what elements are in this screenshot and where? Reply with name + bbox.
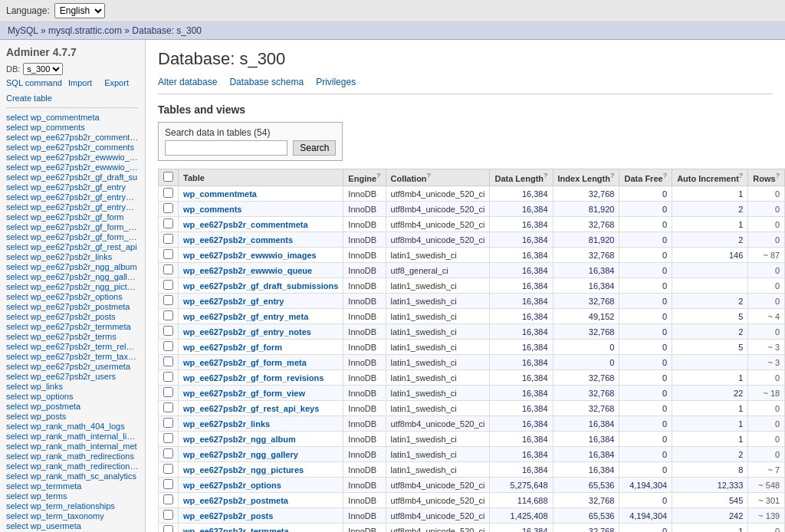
nav-link[interactable]: select wp_ee627psb2r_gf_entry — [6, 182, 139, 192]
nav-link[interactable]: select wp_options — [6, 392, 139, 401]
nav-link[interactable]: select wp_rank_math_redirections_ — [6, 461, 139, 471]
row-checkbox[interactable] — [163, 234, 173, 244]
row-checkbox[interactable] — [163, 356, 173, 366]
privileges-link[interactable]: Privileges — [316, 77, 356, 87]
row-checkbox[interactable] — [163, 341, 173, 351]
nav-link[interactable]: select wp_ee627psb2r_termmeta — [6, 322, 139, 331]
nav-link[interactable]: select wp_ee627psb2r_ngg_gallery — [6, 272, 139, 281]
nav-link[interactable]: select wp_ee627psb2r_gf_entry_no — [6, 202, 139, 212]
table-link[interactable]: wp_ee627psb2r_posts — [183, 511, 273, 521]
search-input[interactable] — [165, 140, 287, 156]
row-checkbox[interactable] — [163, 264, 173, 274]
nav-link[interactable]: select wp_ee627psb2r_gf_form_rev — [6, 232, 139, 241]
table-link[interactable]: wp_ee627psb2r_gf_form_view — [183, 389, 305, 398]
row-checkbox[interactable] — [163, 310, 173, 320]
sql-command-link[interactable]: SQL command — [6, 78, 62, 87]
nav-link[interactable]: select wp_rank_math_redirections — [6, 452, 139, 461]
nav-link[interactable]: select wp_ee627psb2r_ewwwio_quo — [6, 163, 139, 172]
table-link[interactable]: wp_ee627psb2r_termmeta — [183, 527, 289, 533]
nav-link[interactable]: select wp_comments — [6, 123, 139, 132]
nav-link[interactable]: select wp_ee627psb2r_ewwwio_ima — [6, 153, 139, 162]
nav-link[interactable]: select wp_rank_math_internal_links — [6, 432, 139, 441]
nav-link[interactable]: select wp_ee627psb2r_ngg_album — [6, 262, 139, 271]
table-link[interactable]: wp_ee627psb2r_gf_form_meta — [183, 358, 307, 367]
row-checkbox[interactable] — [163, 402, 173, 412]
row-checkbox[interactable] — [163, 525, 173, 532]
table-link[interactable]: wp_ee627psb2r_ngg_album — [183, 435, 296, 444]
table-link[interactable]: wp_ee627psb2r_commentmeta — [183, 220, 308, 229]
nav-link[interactable]: select wp_ee627psb2r_options — [6, 292, 139, 301]
nav-link[interactable]: select wp_ee627psb2r_gf_form_me — [6, 222, 139, 232]
nav-link[interactable]: select wp_ee627psb2r_gf_entry_me — [6, 192, 139, 202]
table-link[interactable]: wp_ee627psb2r_ewwwio_images — [183, 251, 317, 260]
row-checkbox[interactable] — [163, 188, 173, 198]
nav-link[interactable]: select wp_posts — [6, 412, 139, 421]
nav-link[interactable]: select wp_ee627psb2r_ngg_pictures — [6, 282, 139, 291]
row-checkbox[interactable] — [163, 372, 173, 382]
nav-link[interactable]: select wp_ee627psb2r_commentme — [6, 133, 139, 142]
row-checkbox[interactable] — [163, 510, 173, 520]
nav-link[interactable]: select wp_ee627psb2r_term_taxono — [6, 352, 139, 361]
table-link[interactable]: wp_comments — [183, 205, 241, 214]
create-table-link[interactable]: Create table — [6, 94, 52, 103]
nav-link[interactable]: select wp_term_taxonomy — [6, 511, 139, 521]
nav-link[interactable]: select wp_ee627psb2r_gf_rest_api — [6, 242, 139, 251]
row-checkbox[interactable] — [163, 249, 173, 259]
db-select[interactable]: s_300 — [23, 63, 63, 75]
row-checkbox[interactable] — [163, 448, 173, 458]
table-link[interactable]: wp_ee627psb2r_gf_entry_notes — [183, 327, 311, 337]
table-link[interactable]: wp_ee627psb2r_comments — [183, 235, 293, 245]
table-link[interactable]: wp_ee627psb2r_gf_draft_submissions — [183, 281, 338, 291]
table-link[interactable]: wp_ee627psb2r_options — [183, 481, 281, 490]
nav-link[interactable]: select wp_ee627psb2r_comments — [6, 143, 139, 152]
nav-link[interactable]: select wp_ee627psb2r_posts — [6, 312, 139, 321]
nav-link[interactable]: select wp_postmeta — [6, 402, 139, 411]
select-all-checkbox[interactable] — [163, 172, 173, 182]
nav-link[interactable]: select wp_links — [6, 382, 139, 391]
row-checkbox[interactable] — [163, 218, 173, 228]
table-link[interactable]: wp_ee627psb2r_links — [183, 419, 270, 429]
table-link[interactable]: wp_ee627psb2r_ngg_pictures — [183, 465, 304, 475]
table-link[interactable]: wp_ee627psb2r_gf_entry_meta — [183, 312, 308, 321]
nav-link[interactable]: select wp_usermeta — [6, 521, 139, 530]
row-checkbox[interactable] — [163, 479, 173, 489]
nav-link[interactable]: select wp_ee627psb2r_term_relatio — [6, 342, 139, 351]
row-checkbox[interactable] — [163, 280, 173, 290]
nav-link[interactable]: select wp_terms — [6, 491, 139, 501]
nav-link[interactable]: select wp_termmeta — [6, 481, 139, 491]
nav-link[interactable]: select wp_term_relationships — [6, 501, 139, 511]
nav-link[interactable]: select wp_ee627psb2r_gf_draft_su — [6, 172, 139, 182]
nav-link[interactable]: select wp_rank_math_sc_analytics — [6, 471, 139, 481]
nav-link[interactable]: select wp_ee627psb2r_usermeta — [6, 362, 139, 371]
table-link[interactable]: wp_ee627psb2r_gf_form — [183, 343, 282, 352]
row-checkbox[interactable] — [163, 418, 173, 428]
row-checkbox[interactable] — [163, 203, 173, 213]
table-link[interactable]: wp_commentmeta — [183, 189, 257, 199]
nav-link[interactable]: select wp_ee627psb2r_users — [6, 372, 139, 381]
row-checkbox[interactable] — [163, 464, 173, 474]
import-link[interactable]: Import — [68, 78, 92, 87]
table-link[interactable]: wp_ee627psb2r_ngg_gallery — [183, 450, 298, 459]
table-link[interactable]: wp_ee627psb2r_gf_form_revisions — [183, 373, 324, 383]
table-link[interactable]: wp_ee627psb2r_postmeta — [183, 496, 288, 505]
language-select[interactable]: English — [54, 3, 105, 18]
nav-link[interactable]: select wp_rank_math_internal_met — [6, 442, 139, 451]
breadcrumb-mysql[interactable]: MySQL — [8, 25, 38, 36]
nav-link[interactable]: select wp_ee627psb2r_terms — [6, 332, 139, 341]
nav-link[interactable]: select wp_ee627psb2r_postmeta — [6, 302, 139, 311]
table-link[interactable]: wp_ee627psb2r_ewwwio_queue — [183, 266, 312, 275]
row-checkbox[interactable] — [163, 494, 173, 504]
nav-link[interactable]: select wp_ee627psb2r_gf_form — [6, 212, 139, 222]
alter-database-link[interactable]: Alter database — [158, 77, 217, 87]
row-checkbox[interactable] — [163, 326, 173, 336]
nav-link[interactable]: select wp_rank_math_404_logs — [6, 422, 139, 431]
search-button[interactable]: Search — [293, 140, 336, 156]
nav-link[interactable]: select wp_commentmeta — [6, 113, 139, 122]
row-checkbox[interactable] — [163, 387, 173, 397]
nav-link[interactable]: select wp_ee627psb2r_links — [6, 252, 139, 261]
row-checkbox[interactable] — [163, 433, 173, 443]
table-link[interactable]: wp_ee627psb2r_gf_entry — [183, 297, 284, 306]
database-schema-link[interactable]: Database schema — [229, 77, 304, 87]
table-link[interactable]: wp_ee627psb2r_gf_rest_api_keys — [183, 404, 319, 413]
breadcrumb-host[interactable]: mysql.strattic.com — [48, 25, 122, 36]
